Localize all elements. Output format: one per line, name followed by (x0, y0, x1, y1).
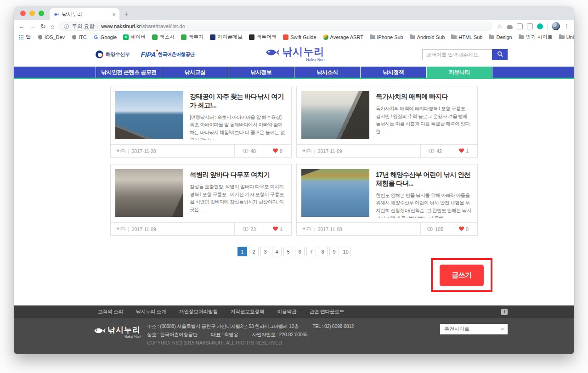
search-input[interactable] (422, 49, 492, 60)
bookmark-icon (152, 34, 158, 40)
footer-biz-no: 사업자번호 : 220-82-00065 (252, 332, 308, 338)
bookmark-item[interactable]: iPhone Sub (370, 34, 403, 40)
post-title[interactable]: 강태공이 자주 찾는 바다낚시 여기가 최고!... (190, 92, 286, 110)
page-button[interactable]: 8 (318, 247, 328, 256)
page-content: 해양수산부 FiPA 한국어촌어항공단 낚시누리 Naksi-Nuri (14, 42, 574, 354)
extension-card-icon[interactable] (517, 23, 523, 29)
footer-ceo: 대표 : 최명용 (211, 332, 238, 338)
post-category: 바다 (116, 148, 126, 154)
footer-link[interactable]: 관련 앱다운로드 (309, 308, 344, 315)
page-button[interactable]: 9 (329, 247, 339, 256)
post-title[interactable]: 17년 해양수산부 어린이 낚시 안천체험을 다녀... (376, 170, 472, 188)
bookmark-item[interactable]: iOS_Dev (37, 34, 65, 40)
minimize-window-button[interactable] (29, 11, 35, 16)
views-count: 23 (250, 226, 256, 232)
page-button[interactable]: 4 (272, 247, 282, 256)
facebook-icon[interactable]: f (501, 309, 508, 315)
bookmark-label: ITC (79, 34, 87, 40)
post-date: 2017-11-09 (318, 148, 342, 154)
bookmark-item[interactable]: Average ASRT (323, 34, 363, 40)
page-button[interactable]: 1 (237, 247, 247, 256)
page-button[interactable]: 6 (295, 247, 305, 256)
footer-link[interactable]: 개인정보처리방침 (179, 308, 218, 315)
bookmark-item[interactable]: Google (93, 34, 117, 40)
bookmark-icon (370, 34, 375, 40)
nav-item[interactable]: 낚시정책 (360, 67, 426, 78)
post-title[interactable]: 독가사치의 매력에 빠지다 (376, 92, 472, 101)
bookmark-item[interactable]: 네이버 (123, 34, 146, 40)
views-icon (427, 226, 433, 232)
bookmark-item[interactable]: HTML Sub (451, 34, 482, 40)
browser-tab[interactable]: 낚시누리 × (50, 8, 119, 20)
site-logo-text: 낚시누리 (282, 47, 324, 57)
bookmark-label: 앱 (26, 34, 31, 40)
post-excerpt: 감성돔 호황현장, 석병리 앞바다 다무포 여치기 경북 I 포항 구룡포 - … (190, 183, 286, 214)
search-button[interactable] (492, 49, 508, 60)
gov-logo[interactable]: 해양수산부 (96, 51, 130, 58)
extension-cloud-icon[interactable] (507, 25, 513, 29)
bookmark-item[interactable]: ITC (71, 34, 87, 40)
footer-link[interactable]: 이용약관 (277, 308, 296, 315)
post-card[interactable]: 17년 해양수산부 어린이 낚시 안천체험을 다녀... 한번도 안해본 민물 … (296, 164, 478, 236)
site-footer: 고객의 소리낚시누리 소개개인정보처리방침저작권보호정책이용약관관련 앱다운로드… (14, 305, 574, 354)
site-header: 해양수산부 FiPA 한국어촌어항공단 낚시누리 Naksi-Nuri (14, 42, 574, 67)
page-button[interactable]: 5 (283, 247, 293, 256)
back-icon[interactable]: ← (18, 23, 25, 29)
forward-icon[interactable]: → (29, 23, 36, 29)
bookmark-star-icon[interactable]: ☆ (497, 23, 503, 30)
bookmark-item[interactable]: 맥부기 (181, 34, 204, 40)
write-post-button[interactable]: 글쓰기 (440, 265, 484, 286)
bookmark-item[interactable]: 맥스사 (152, 34, 175, 40)
bookmark-item[interactable]: Unity3D (559, 34, 574, 40)
bookmark-item[interactable]: 앱 (18, 34, 31, 40)
post-category: 바다 (302, 148, 312, 154)
bookmarks-bar: 앱 iOS_Dev ITC Google 네이버 (14, 32, 574, 42)
page-button[interactable]: 2 (249, 247, 259, 256)
search-icon (497, 51, 503, 58)
nav-item[interactable]: 낚시정보 (228, 67, 294, 78)
zoom-window-button[interactable] (39, 11, 44, 16)
nav-item[interactable]: 낚시교실 (162, 67, 228, 78)
info-icon[interactable]: i (64, 24, 69, 29)
site-logo[interactable]: 낚시누리 Naksi-Nuri (265, 47, 324, 62)
reload-icon[interactable]: ↻ (40, 23, 46, 29)
bookmark-item[interactable]: Swift Guide (283, 34, 316, 40)
toolbar-right: ☆ ⋮ (497, 22, 570, 30)
home-icon[interactable]: ⌂ (51, 23, 54, 29)
page-button[interactable]: 10 (341, 247, 351, 256)
bookmark-item[interactable]: Android Sub (410, 34, 445, 40)
nav-item[interactable]: 커뮤니티 (426, 67, 492, 78)
tab-close-icon[interactable]: × (112, 11, 116, 17)
footer-link[interactable]: 낚시누리 소개 (136, 308, 166, 315)
post-card[interactable]: 독가사치의 매력에 빠지다 독가사치의 매력에 빠지다경북 I 포항 구룡포 -… (296, 86, 478, 158)
bookmark-item[interactable]: 인기 사이트 (519, 34, 553, 40)
browser-menu-icon[interactable]: ⋮ (564, 23, 570, 29)
footer-link[interactable]: 고객의 소리 (98, 308, 123, 315)
extension-teal-icon[interactable] (537, 23, 543, 29)
close-window-button[interactable] (20, 11, 26, 16)
fipa-logo[interactable]: FiPA 한국어촌어항공단 (141, 51, 195, 58)
nav-item[interactable]: 낚시안전 콘텐츠 공모전 (96, 67, 162, 78)
extension-cast-icon[interactable] (527, 23, 533, 29)
bookmark-item[interactable]: 백투더맥 (249, 34, 277, 40)
profile-avatar[interactable] (552, 22, 560, 30)
bookmark-item[interactable]: 아이폰데브 (210, 34, 243, 40)
gov-label: 해양수산부 (106, 51, 130, 58)
post-title[interactable]: 석병리 앞바다 다무포 여치기 (190, 170, 286, 179)
post-card[interactable]: 강태공이 자주 찾는 바다낚시 여기가 최고!... [여행낚시터 : 속초시 … (110, 86, 292, 158)
bookmark-icon (519, 34, 524, 40)
address-bar[interactable]: i 주의 요함 | www.naksinuri.kr/share/travel/… (59, 22, 492, 31)
page-button[interactable]: 7 (306, 247, 316, 256)
recommended-sites-dropdown[interactable]: 추천사이트 (440, 324, 508, 334)
meta-separator: | (314, 226, 316, 232)
footer-link[interactable]: 저작권보호정책 (231, 308, 265, 315)
bookmark-item[interactable]: Design (489, 34, 512, 40)
footer-company: 상호 : 한국어촌어항공단 (147, 332, 198, 338)
post-meta-bar: 바다|2017-11-09 23 1 (111, 222, 291, 235)
nav-item-label: 낚시소식 (317, 68, 338, 76)
page-button[interactable]: 3 (260, 247, 270, 256)
nav-item[interactable]: 낚시소식 (294, 67, 360, 78)
post-card[interactable]: 석병리 앞바다 다무포 여치기 감성돔 호황현장, 석병리 앞바다 다무포 여치… (110, 164, 292, 236)
likes-icon (273, 148, 278, 154)
new-tab-button[interactable]: + (119, 10, 134, 20)
